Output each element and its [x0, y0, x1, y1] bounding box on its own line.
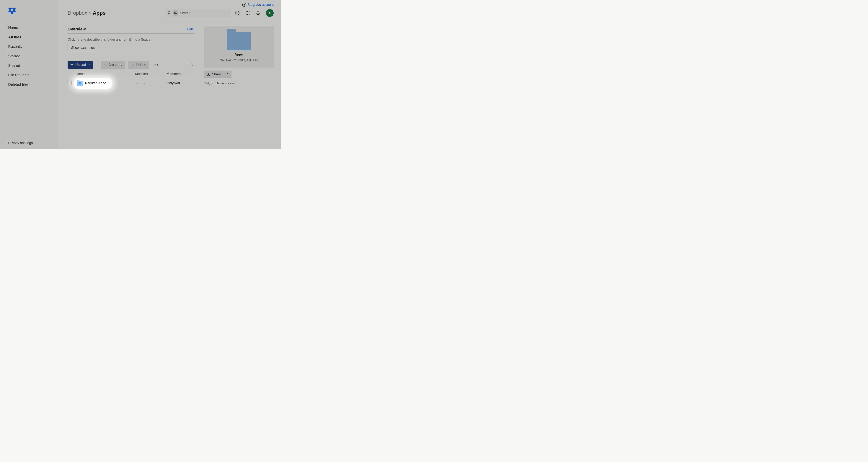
svg-rect-13 — [247, 12, 248, 13]
svg-rect-17 — [249, 14, 249, 15]
chevron-down-icon — [192, 64, 194, 66]
svg-rect-16 — [247, 14, 248, 15]
apps-grid-icon[interactable] — [245, 10, 250, 16]
plus-icon — [103, 63, 106, 66]
toolbar: Upload Create Follow ••• — [68, 61, 194, 69]
notifications-icon[interactable] — [255, 10, 260, 16]
column-name[interactable]: Name ↑ — [76, 72, 135, 76]
svg-text:?: ? — [237, 11, 238, 14]
svg-marker-1 — [12, 7, 16, 10]
help-icon[interactable]: ? — [235, 10, 240, 16]
describe-placeholder[interactable]: Click here to describe this folder and t… — [68, 34, 194, 44]
column-modified[interactable]: Modified — [135, 72, 167, 76]
share-caret[interactable] — [224, 70, 231, 78]
follow-button[interactable]: Follow — [128, 61, 149, 69]
table-row[interactable]: Rakuten Kobo ☆ -- Only you — [68, 78, 194, 88]
row-members: Only you — [167, 81, 194, 85]
toolbar-divider — [97, 62, 97, 68]
breadcrumb-current: Apps — [93, 10, 105, 16]
svg-rect-12 — [246, 12, 247, 13]
access-text: Only you have access — [204, 82, 274, 85]
preview-card: Apps Modified 8/28/2019, 4:36 PM — [204, 26, 274, 68]
row-modified: -- — [143, 81, 167, 85]
upload-icon — [70, 63, 73, 66]
table-header: Name ↑ Modified Members — [68, 69, 194, 78]
column-members[interactable]: Members — [167, 72, 194, 76]
folder-icon — [77, 81, 83, 86]
sidebar-item-all-files[interactable]: All files — [0, 33, 58, 41]
puzzle-icon — [79, 82, 81, 84]
column-name-label: Name — [76, 72, 85, 76]
star-button[interactable]: ☆ — [135, 81, 143, 86]
breadcrumb: Dropbox › Apps — [68, 10, 105, 16]
hide-link[interactable]: Hide — [187, 27, 194, 31]
sidebar-item-deleted-files[interactable]: Deleted files — [0, 81, 58, 89]
create-label: Create — [108, 63, 118, 67]
sidebar-item-home[interactable]: Home — [0, 24, 58, 32]
header: Dropbox › Apps ? DT — [68, 9, 274, 17]
overview-title: Overview — [68, 27, 86, 32]
breadcrumb-sep: › — [89, 10, 91, 16]
sidebar-nav: Home All files Recents Starred Shared Fi… — [0, 24, 58, 89]
upload-label: Upload — [75, 63, 86, 67]
dropbox-logo[interactable] — [0, 7, 58, 24]
share-icon — [207, 73, 210, 76]
search-box[interactable] — [165, 9, 229, 17]
preview-name: Apps — [235, 53, 243, 56]
header-icons: ? DT — [235, 9, 274, 17]
row-name-highlight[interactable]: Rakuten Kobo — [74, 79, 112, 88]
svg-point-5 — [168, 11, 170, 14]
sidebar-item-recents[interactable]: Recents — [0, 43, 58, 51]
upgrade-label: Upgrade account — [248, 3, 274, 7]
sidebar-item-starred[interactable]: Starred — [0, 52, 58, 60]
search-scope-folder-icon[interactable] — [173, 10, 178, 16]
share-label: Share — [212, 72, 221, 76]
main: Upgrade account Dropbox › Apps ? — [58, 0, 281, 149]
sidebar: Home All files Recents Starred Shared Fi… — [0, 0, 58, 149]
search-input[interactable] — [180, 11, 227, 15]
rss-icon — [131, 63, 134, 67]
svg-rect-9 — [246, 11, 247, 12]
svg-rect-11 — [249, 11, 249, 12]
follow-label: Follow — [136, 63, 146, 67]
svg-rect-10 — [247, 11, 248, 12]
folder-preview-icon — [227, 32, 251, 50]
search-icon — [167, 11, 171, 15]
avatar[interactable]: DT — [266, 9, 274, 17]
upgrade-account-link[interactable]: Upgrade account — [242, 3, 274, 7]
preview-modified: Modified 8/28/2019, 4:36 PM — [220, 59, 258, 62]
svg-rect-15 — [246, 14, 247, 15]
svg-marker-0 — [8, 7, 12, 10]
caret-down-icon — [227, 72, 229, 74]
content: Overview Hide Click here to describe thi… — [68, 24, 194, 88]
svg-rect-14 — [249, 12, 249, 13]
create-button[interactable]: Create — [101, 61, 125, 69]
share-button[interactable]: Share — [204, 70, 224, 78]
chevron-down-icon — [88, 64, 90, 66]
view-toggle[interactable] — [187, 63, 194, 66]
row-checkbox[interactable] — [68, 81, 72, 85]
upload-button[interactable]: Upload — [68, 61, 93, 69]
sidebar-item-shared[interactable]: Shared — [0, 62, 58, 70]
breadcrumb-root[interactable]: Dropbox — [68, 10, 87, 16]
sidebar-item-file-requests[interactable]: File requests — [0, 71, 58, 79]
show-examples-button[interactable]: Show examples — [68, 44, 98, 52]
sidebar-footer-link[interactable]: Privacy and legal — [0, 141, 58, 149]
sort-asc-icon: ↑ — [87, 72, 88, 75]
row-name-label: Rakuten Kobo — [85, 81, 106, 85]
details-panel: Apps Modified 8/28/2019, 4:36 PM Share O… — [204, 26, 274, 85]
more-button[interactable]: ••• — [152, 61, 161, 68]
chevron-down-icon — [120, 64, 123, 66]
svg-line-6 — [170, 13, 171, 14]
svg-point-18 — [131, 65, 132, 66]
upgrade-icon — [242, 3, 246, 7]
list-view-icon — [187, 63, 190, 66]
